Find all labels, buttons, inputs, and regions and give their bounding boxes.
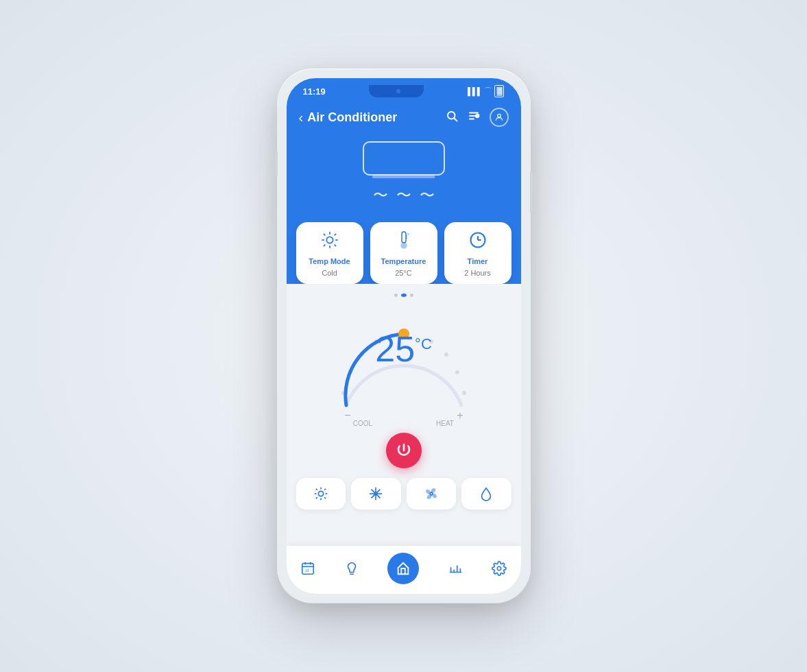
wifi-icon: ⌒ <box>484 86 492 96</box>
svg-point-4 <box>476 115 479 118</box>
nav-home[interactable] <box>387 553 419 584</box>
svg-line-46 <box>324 489 326 490</box>
svg-text:+: + <box>457 409 463 421</box>
main-content: − + COOL HEAT 25 °C <box>287 284 521 540</box>
filter-icon[interactable] <box>468 110 480 125</box>
temp-display: 25 °C <box>375 331 432 367</box>
ac-airflow: 〜 〜 〜 <box>373 185 435 206</box>
svg-point-7 <box>326 237 333 243</box>
profile-avatar[interactable] <box>490 108 509 127</box>
timer-icon <box>468 230 487 254</box>
battery-icon: ▓ <box>494 85 504 97</box>
svg-point-30 <box>444 352 448 357</box>
timer-card[interactable]: Timer 2 Hours <box>444 222 511 284</box>
phone-shell: 11:19 ▌▌▌ ⌒ ▓ ‹ Air Conditioner <box>277 69 531 603</box>
notch-dot <box>396 89 400 93</box>
temp-mode-title: Temp Mode <box>309 257 350 265</box>
power-button[interactable] <box>386 433 422 468</box>
mode-buttons <box>287 478 521 509</box>
svg-line-14 <box>323 245 324 246</box>
temp-mode-icon <box>320 230 339 254</box>
mode-fan-btn[interactable] <box>407 478 457 509</box>
status-bar: 11:19 ▌▌▌ ⌒ ▓ <box>287 78 521 99</box>
svg-point-17 <box>401 243 407 248</box>
svg-line-15 <box>334 234 335 235</box>
temperature-card[interactable]: °C Temperature 25°C <box>370 222 437 284</box>
nav-settings[interactable] <box>492 561 507 576</box>
thermostat-container: − + COOL HEAT 25 °C <box>315 304 493 427</box>
dot-1 <box>394 293 398 297</box>
svg-text:HEAT: HEAT <box>436 420 454 427</box>
status-icons: ▌▌▌ ⌒ ▓ <box>468 85 504 97</box>
mode-sun-btn[interactable] <box>296 478 346 509</box>
cards-row: Temp Mode Cold °C Temperature 25°C <box>287 222 521 284</box>
signal-icon: ▌▌▌ <box>468 87 481 95</box>
svg-rect-16 <box>402 232 406 243</box>
temperature-icon: °C <box>396 230 411 254</box>
dot-3 <box>410 293 413 297</box>
mode-snowflake-btn[interactable] <box>351 478 401 509</box>
temp-mode-card[interactable]: Temp Mode Cold <box>296 222 363 284</box>
ac-unit <box>363 141 445 176</box>
svg-point-6 <box>497 114 501 117</box>
bottom-nav: 23 <box>287 546 521 594</box>
airflow-wave-3: 〜 <box>420 185 435 206</box>
back-button[interactable]: ‹ <box>299 110 304 125</box>
svg-point-31 <box>455 370 459 374</box>
svg-point-32 <box>462 391 466 395</box>
airflow-wave-1: 〜 <box>373 185 388 206</box>
temp-value: 25 °C <box>375 331 432 367</box>
dot-2 <box>401 293 407 297</box>
app-header: ‹ Air Conditioner <box>287 99 521 130</box>
svg-text:23: 23 <box>306 569 310 573</box>
temperature-title: Temperature <box>381 257 426 265</box>
temperature-value: 25°C <box>395 269 412 277</box>
header-right <box>446 108 509 127</box>
nav-bulb[interactable] <box>344 561 359 576</box>
svg-point-63 <box>497 566 501 571</box>
temp-unit: °C <box>415 337 432 352</box>
nav-home-circle <box>387 553 419 584</box>
timer-value: 2 Hours <box>464 269 491 277</box>
nav-stats[interactable] <box>448 561 463 576</box>
svg-text:°C: °C <box>407 232 410 236</box>
airflow-wave-2: 〜 <box>396 185 411 206</box>
svg-point-38 <box>318 491 323 496</box>
search-icon[interactable] <box>446 110 458 125</box>
temp-mode-value: Cold <box>322 269 337 277</box>
timer-title: Timer <box>468 257 488 265</box>
svg-text:−: − <box>344 409 350 421</box>
svg-line-43 <box>316 489 317 490</box>
svg-line-13 <box>334 245 335 246</box>
status-notch <box>369 85 424 97</box>
svg-line-12 <box>323 234 324 235</box>
phone-screen: 11:19 ▌▌▌ ⌒ ▓ ‹ Air Conditioner <box>287 78 521 594</box>
svg-point-0 <box>448 112 455 119</box>
svg-point-51 <box>374 492 377 495</box>
ac-illustration: 〜 〜 〜 <box>287 130 521 222</box>
header-left: ‹ Air Conditioner <box>299 110 398 125</box>
svg-line-44 <box>324 497 326 499</box>
app-title: Air Conditioner <box>307 110 397 125</box>
svg-line-45 <box>316 497 317 499</box>
status-time: 11:19 <box>303 86 326 97</box>
indicator-dots <box>394 293 413 297</box>
svg-line-1 <box>454 119 457 121</box>
mode-drop-btn[interactable] <box>461 478 511 509</box>
nav-calendar[interactable]: 23 <box>300 561 315 576</box>
svg-text:COOL: COOL <box>352 420 372 427</box>
